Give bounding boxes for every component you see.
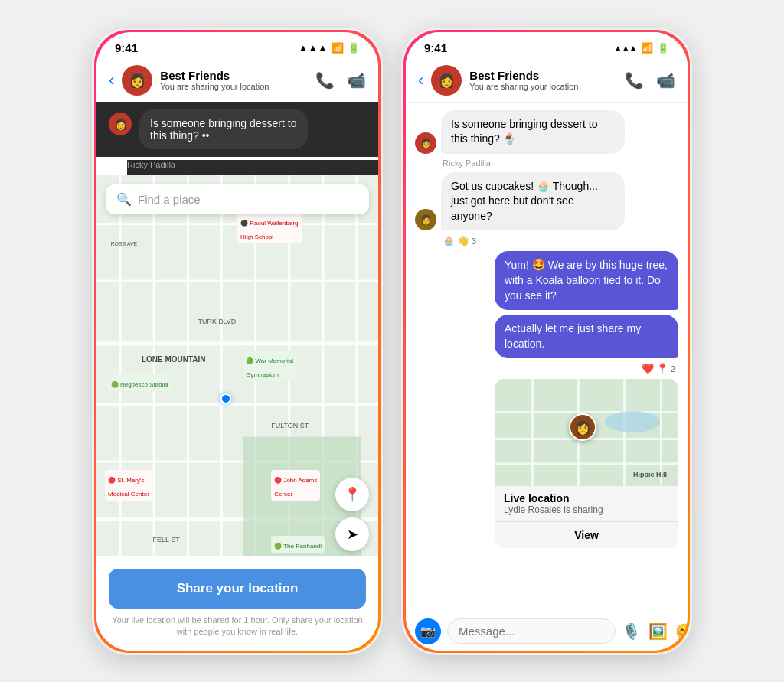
chat-header-1: ‹ 👩 Best Friends You are sharing your lo… <box>96 59 378 102</box>
map-pin-button[interactable]: 📍 <box>335 478 369 511</box>
location-avatar: 👩 <box>569 413 596 441</box>
share-location-button[interactable]: Share your location <box>109 569 366 609</box>
poi-panhandle: 🟢 The Panhandl <box>271 536 325 553</box>
header-actions-1: 📞 📹 <box>315 71 366 90</box>
group-subtitle-2: You are sharing your location <box>469 82 617 91</box>
svg-point-23 <box>605 411 660 432</box>
video-icon-2[interactable]: 📹 <box>656 71 675 90</box>
svg-rect-1 <box>96 279 378 282</box>
msg-row-2: 👩 Got us cupcakes! 🧁 Though... just got … <box>415 172 678 231</box>
map-label-fell: FELL ST <box>153 536 180 543</box>
search-placeholder: Find a place <box>138 193 201 206</box>
msg-avatar-p2-2: 👩 <box>415 209 436 230</box>
svg-rect-21 <box>623 379 626 486</box>
reactions-2: 🧁 👋 3 <box>443 235 678 246</box>
map-label-fulton: FULTON ST <box>271 422 309 429</box>
wifi-icon-2: 📶 <box>641 42 653 54</box>
view-btn-container: View <box>495 521 678 548</box>
input-icons: 🎙️ 🖼️ 😊 <box>622 622 688 641</box>
message-input[interactable] <box>447 618 616 644</box>
status-bar-2: 9:41 ▲▲▲ 📶 🔋 <box>406 32 688 59</box>
svg-rect-22 <box>660 379 662 486</box>
msg-row-location: 👩 Hippie Hill Live location Lydie Rosale… <box>415 379 678 548</box>
group-avatar-1: 👩 <box>122 65 152 96</box>
location-map-thumb: 👩 Hippie Hill <box>495 379 678 486</box>
poi-stadium: 🟢 Negoesco Stadiur <box>108 374 172 391</box>
share-disclaimer: Your live location will be shared for 1 … <box>109 615 366 638</box>
camera-button[interactable]: 📷 <box>415 618 441 644</box>
svg-rect-19 <box>531 379 534 486</box>
bottom-sheet: Share your location Your live location w… <box>96 556 378 651</box>
msg-avatar-p2-1: 👩 <box>415 132 436 154</box>
bubble-1: Is someone bringing dessert to this thin… <box>441 110 625 154</box>
bubble-2: Got us cupcakes! 🧁 Though... just got he… <box>441 172 625 231</box>
group-name-1: Best Friends <box>160 69 308 82</box>
reactions-4: ❤️ 📍 2 <box>415 363 675 374</box>
search-magnifier-icon: 🔍 <box>116 192 132 207</box>
header-actions-2: 📞 📹 <box>625 71 675 90</box>
image-icon[interactable]: 🖼️ <box>648 622 668 641</box>
bubble-4: Actually let me just share my location. <box>495 315 678 358</box>
back-button-1[interactable]: ‹ <box>109 70 114 90</box>
signal-icon: ▲▲▲ <box>298 42 328 54</box>
chat-messages: 👩 Is someone bringing dessert to this th… <box>406 103 688 612</box>
map-section: 🔍 Find a place <box>96 175 378 651</box>
map-label-turk: TURK BLVD <box>198 318 236 325</box>
group-subtitle-1: You are sharing your location <box>160 82 308 91</box>
group-avatar-2: 👩 <box>431 65 462 96</box>
msg-row-3: Yum! 🤩 We are by this huge tree, with a … <box>415 251 678 310</box>
msg-row-4: Actually let me just share my location. <box>415 315 678 358</box>
bubble-3: Yum! 🤩 We are by this huge tree, with a … <box>495 251 678 310</box>
search-bar-container: 🔍 Find a place <box>106 184 369 214</box>
map-label-ross: ROSS AVE <box>110 241 137 246</box>
map-place-label: Hippie Hill <box>633 471 667 478</box>
back-button-2[interactable]: ‹ <box>418 70 423 90</box>
header-info-2: Best Friends You are sharing your locati… <box>469 69 617 91</box>
location-info: Live location Lydie Rosales is sharing <box>495 486 678 521</box>
status-icons-2: ▲▲▲ 📶 🔋 <box>614 42 669 54</box>
time-1: 9:41 <box>115 41 138 54</box>
sender-1: Ricky Padilla <box>443 158 678 168</box>
time-2: 9:41 <box>424 41 447 54</box>
poi-war-memorial: 🟢 War MemorialGymnasium <box>243 351 296 381</box>
mic-icon[interactable]: 🎙️ <box>622 622 641 641</box>
header-info-1: Best Friends You are sharing your locati… <box>160 69 308 91</box>
status-icons-1: ▲▲▲ 📶 🔋 <box>298 42 360 54</box>
signal-icon-2: ▲▲▲ <box>614 44 637 52</box>
svg-rect-18 <box>495 463 678 465</box>
location-card[interactable]: 👩 Hippie Hill Live location Lydie Rosale… <box>495 379 678 548</box>
wifi-icon: 📶 <box>332 42 344 54</box>
phone-icon-1[interactable]: 📞 <box>315 71 335 90</box>
map-navigation-button[interactable]: ➤ <box>335 517 369 551</box>
poi-stmary: 🔴 St. Mary'sMedical Center <box>105 470 152 501</box>
live-location-label: Live location <box>504 492 669 504</box>
map-label-lone: LONE MOUNTAIN <box>142 355 206 364</box>
poi-school: ⚫ Raoul WallenbergHigh School <box>237 213 302 243</box>
battery-icon-2: 🔋 <box>657 42 669 54</box>
search-bar[interactable]: 🔍 Find a place <box>106 184 369 214</box>
svg-rect-3 <box>96 403 378 406</box>
video-icon-1[interactable]: 📹 <box>347 71 366 90</box>
group-name-2: Best Friends <box>469 69 617 82</box>
chat-header-2: ‹ 👩 Best Friends You are sharing your lo… <box>406 59 688 103</box>
live-location-sub: Lydie Rosales is sharing <box>504 504 669 515</box>
phone-1: 9:41 ▲▲▲ 📶 🔋 ‹ 👩 Best Friends You are sh… <box>92 28 383 655</box>
dark-chat-area: 👩 Is someone bringing dessert to this th… <box>96 102 378 157</box>
battery-icon: 🔋 <box>348 42 360 54</box>
msg-row-1: 👩 Is someone bringing dessert to this th… <box>415 110 678 154</box>
dark-message-bubble: Is someone bringing dessert to this thin… <box>139 109 308 149</box>
poi-johnadams: 🔴 John AdamsCenter <box>271 470 320 501</box>
status-bar-1: 9:41 ▲▲▲ 📶 🔋 <box>96 32 378 59</box>
phone-2: 9:41 ▲▲▲ 📶 🔋 ‹ 👩 Best Friends You are sh… <box>401 28 692 655</box>
svg-rect-16 <box>495 411 678 413</box>
svg-rect-2 <box>96 341 378 345</box>
msg-avatar-1: 👩 <box>109 113 132 135</box>
input-bar: 📷 🎙️ 🖼️ 😊 <box>406 612 688 651</box>
phone-icon-2[interactable]: 📞 <box>625 71 644 90</box>
dark-sender-name: Ricky Padilla <box>127 160 378 175</box>
view-button[interactable]: View <box>574 529 599 541</box>
current-location-dot <box>220 393 231 404</box>
